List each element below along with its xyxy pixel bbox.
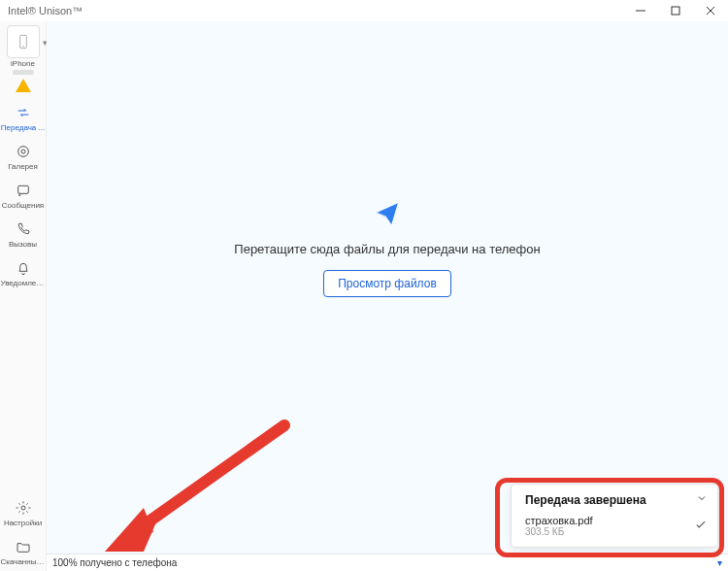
gear-icon	[15, 499, 32, 517]
transfer-toast[interactable]: Передача завершена страховка.pdf 303.5 К…	[511, 484, 718, 548]
phone-icon	[16, 30, 31, 53]
bell-icon	[15, 259, 32, 277]
messages-icon	[15, 182, 32, 199]
svg-rect-1	[672, 7, 679, 15]
close-button[interactable]	[693, 0, 728, 21]
svg-point-7	[17, 147, 28, 157]
svg-point-9	[21, 506, 25, 510]
app-body: ▾ iPhone Передача ... Галерея Сообщения …	[0, 21, 728, 571]
browse-files-button[interactable]: Просмотр файлов	[323, 270, 451, 297]
warning-icon[interactable]	[16, 79, 31, 92]
check-icon	[694, 518, 708, 534]
device-name: iPhone	[11, 60, 35, 68]
sidebar-item-downloads[interactable]: Скачанные...	[0, 532, 46, 571]
sidebar-item-notifications[interactable]: Уведомлен...	[0, 253, 46, 292]
sidebar-item-label: Скачанные...	[1, 557, 46, 566]
phone-call-icon	[15, 220, 32, 238]
sidebar-item-label: Вызовы	[1, 240, 46, 249]
sidebar-item-messages[interactable]: Сообщения	[0, 176, 46, 215]
drop-text: Перетащите сюда файлы для передачи на те…	[234, 242, 540, 256]
app-title: Intel® Unison™	[8, 5, 83, 17]
toast-title: Передача завершена	[525, 493, 646, 507]
sidebar-item-label: Передача ...	[1, 123, 46, 132]
device-selector[interactable]: ▾	[7, 25, 40, 58]
maximize-button[interactable]	[658, 0, 693, 21]
sidebar-item-transfer[interactable]: Передача ...	[0, 98, 46, 137]
minimize-button[interactable]	[623, 0, 658, 21]
paper-plane-icon	[375, 200, 400, 228]
titlebar: Intel® Unison™	[0, 0, 728, 21]
status-text: 100% получено с телефона	[52, 557, 177, 568]
battery-indicator	[13, 70, 34, 75]
file-size: 303.5 КБ	[525, 526, 593, 537]
chevron-down-icon[interactable]	[696, 492, 708, 507]
window-controls	[623, 0, 728, 21]
folder-icon	[15, 538, 32, 555]
svg-rect-8	[17, 185, 28, 193]
sidebar-item-label: Уведомлен...	[1, 279, 46, 287]
sidebar-item-label: Сообщения	[1, 201, 46, 210]
transfer-icon	[15, 104, 32, 121]
sidebar-item-gallery[interactable]: Галерея	[0, 137, 46, 176]
status-bar: 100% получено с телефона ▾	[47, 554, 728, 571]
file-name: страховка.pdf	[525, 515, 593, 526]
sidebar-item-label: Настройки	[1, 519, 46, 527]
status-collapse-icon[interactable]: ▾	[717, 557, 722, 568]
svg-point-5	[22, 46, 23, 47]
sidebar: ▾ iPhone Передача ... Галерея Сообщения …	[0, 21, 47, 571]
sidebar-item-calls[interactable]: Вызовы	[0, 215, 46, 253]
main-content: Перетащите сюда файлы для передачи на те…	[47, 21, 728, 571]
sidebar-item-label: Галерея	[1, 162, 46, 171]
toast-header: Передача завершена	[525, 492, 708, 507]
toast-file-row: страховка.pdf 303.5 КБ	[525, 515, 708, 537]
svg-point-6	[21, 150, 25, 153]
gallery-icon	[15, 143, 32, 160]
drop-zone[interactable]: Перетащите сюда файлы для передачи на те…	[47, 21, 728, 554]
sidebar-item-settings[interactable]: Настройки	[0, 493, 46, 532]
